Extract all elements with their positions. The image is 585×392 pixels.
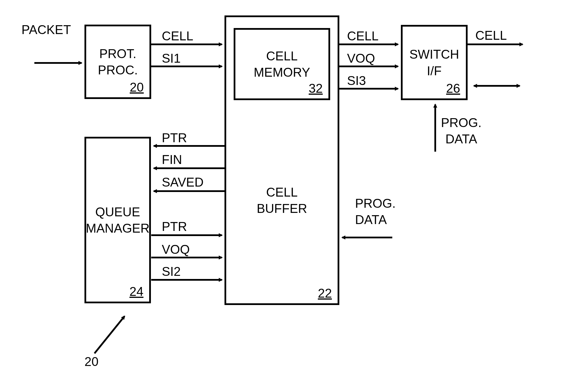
prot-proc-label: PROT. PROC. bbox=[98, 45, 138, 78]
figure-num-label: 20 bbox=[84, 353, 99, 370]
switch-if-num: 26 bbox=[446, 81, 460, 96]
si1-label: SI1 bbox=[162, 50, 181, 66]
prot-proc-line2: PROC. bbox=[98, 63, 138, 77]
ptr-top-label: PTR bbox=[162, 130, 187, 146]
queue-manager-line2: MANAGER bbox=[86, 221, 149, 235]
cell-pp-cb-label: CELL bbox=[162, 28, 193, 44]
queue-manager-label: QUEUE MANAGER bbox=[86, 204, 149, 236]
prog-data-cb-label: PROG.DATA bbox=[355, 195, 396, 228]
ptr-bottom-label: PTR bbox=[162, 218, 187, 235]
switch-if-box: SWITCH I/F 26 bbox=[401, 25, 468, 100]
cell-memory-box: CELL MEMORY 32 bbox=[234, 28, 330, 100]
cell-buffer-label: CELLBUFFER bbox=[257, 184, 307, 217]
prot-proc-line1: PROT. bbox=[99, 47, 137, 61]
switch-if-line1: SWITCH bbox=[409, 47, 459, 61]
queue-manager-line1: QUEUE bbox=[95, 205, 140, 219]
fin-label: FIN bbox=[162, 151, 182, 168]
cell-memory-line1: CELL bbox=[266, 49, 298, 63]
si2-label: SI2 bbox=[162, 263, 181, 280]
switch-if-label: SWITCH I/F bbox=[409, 46, 459, 79]
voq-sw-label: VOQ bbox=[347, 50, 375, 66]
cell-buffer-num: 22 bbox=[318, 286, 332, 300]
saved-label: SAVED bbox=[162, 174, 204, 190]
cell-out-label: CELL bbox=[475, 27, 507, 43]
cell-cb-sw-label: CELL bbox=[347, 28, 379, 44]
voq-qm-label: VOQ bbox=[162, 241, 190, 258]
diagram-canvas: PROT. PROC. 20 QUEUE MANAGER 24 CELLBUFF… bbox=[0, 0, 585, 392]
packet-label: PACKET bbox=[21, 21, 71, 38]
si3-sw-label: SI3 bbox=[347, 72, 366, 89]
queue-manager-box: QUEUE MANAGER 24 bbox=[84, 137, 151, 303]
switch-if-line2: I/F bbox=[427, 64, 442, 78]
queue-manager-num: 24 bbox=[129, 284, 143, 299]
cell-memory-line2: MEMORY bbox=[254, 65, 310, 79]
cell-memory-label: CELL MEMORY bbox=[254, 48, 310, 80]
prot-proc-num: 20 bbox=[130, 80, 144, 94]
prog-data-sw-label: PROG.DATA bbox=[441, 114, 482, 147]
arrow-fig-num bbox=[94, 316, 125, 353]
cell-memory-num: 32 bbox=[309, 81, 323, 96]
prot-proc-box: PROT. PROC. 20 bbox=[84, 25, 151, 99]
